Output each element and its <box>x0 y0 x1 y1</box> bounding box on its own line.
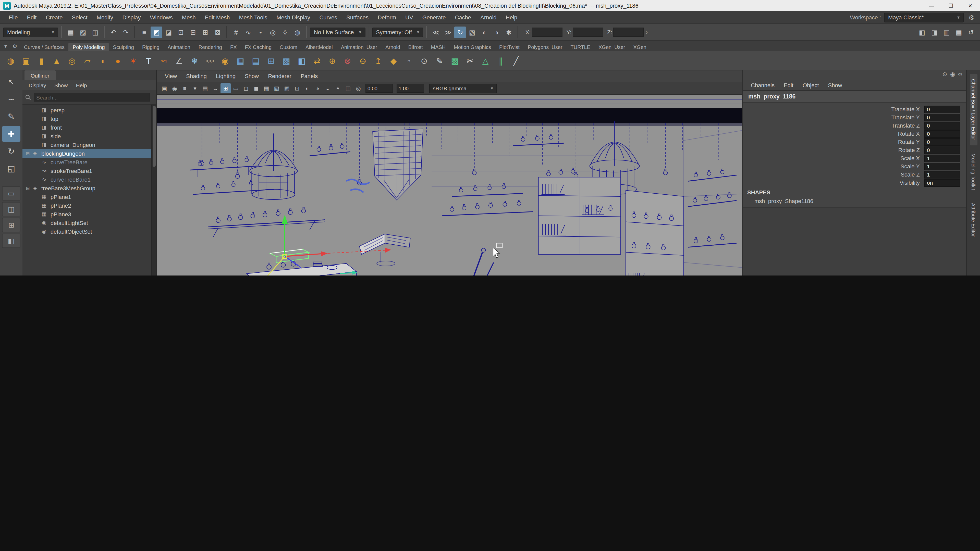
boolean-icon[interactable]: ⊗ <box>340 53 355 68</box>
expand-toggle-icon[interactable]: ⊞ <box>24 186 31 191</box>
outliner-item[interactable]: ↝ strokeTreeBare1 <box>22 166 151 175</box>
menu-item[interactable]: Generate <box>418 14 450 21</box>
channel-attribute-label[interactable]: Scale X <box>900 155 920 161</box>
svg-tool-icon[interactable]: svg <box>156 53 172 68</box>
channel-attribute-value[interactable]: 0 <box>924 105 960 113</box>
separate-icon[interactable]: ⊖ <box>355 53 371 68</box>
shadows-icon[interactable]: ◑ <box>312 83 323 94</box>
channel-attribute-label[interactable]: Translate Y <box>891 114 920 121</box>
shelf-tab[interactable]: Rigging <box>138 43 164 51</box>
menu-item[interactable]: UV <box>401 14 418 21</box>
shelf-tab[interactable]: Polygons_User <box>524 43 566 51</box>
pan-zoom-icon[interactable]: ↔ <box>210 83 221 94</box>
workspace-reset-icon[interactable]: ↺ <box>965 26 977 38</box>
channel-attribute-label[interactable]: Translate X <box>891 106 920 112</box>
viewport-menu-item[interactable]: Shading <box>181 73 211 79</box>
quad-draw-icon[interactable]: ▩ <box>447 53 463 68</box>
minimize-button[interactable]: — <box>922 0 941 11</box>
shelf-tab[interactable]: Arnold <box>381 43 404 51</box>
outliner-item[interactable]: ◉ defaultObjectSet <box>22 227 151 236</box>
shelf-tab[interactable]: Rendering <box>194 43 226 51</box>
poly-torus-icon[interactable]: ◎ <box>64 53 80 68</box>
poly-plane-icon[interactable]: ▱ <box>80 53 95 68</box>
scrollbar-thumb[interactable] <box>153 106 156 167</box>
outliner-item[interactable]: ◉ defaultLightSet <box>22 218 151 227</box>
resolution-gate-icon[interactable]: ◻ <box>241 83 251 94</box>
field-chart-icon[interactable]: ▦ <box>261 83 272 94</box>
poly-sphere-icon[interactable]: ◍ <box>3 53 18 68</box>
channel-attribute-value[interactable]: 1 <box>924 171 960 178</box>
outliner-item[interactable]: ▦ pPlane1 <box>22 192 151 201</box>
channel-attribute-value[interactable]: 0 <box>924 122 960 129</box>
menu-item[interactable]: Edit <box>22 14 41 21</box>
workspace-dropdown[interactable]: Maya Classic* ▾ <box>884 13 964 22</box>
shelf-tab[interactable]: Bifrost <box>404 43 427 51</box>
mask-face-icon[interactable]: ⊞ <box>200 26 211 38</box>
bevel-icon[interactable]: ◆ <box>386 53 401 68</box>
shelf-tab[interactable]: PlotTwist <box>495 43 524 51</box>
outliner-item[interactable]: ◨ camera_Dungeon <box>22 140 151 149</box>
snap-plane-icon[interactable]: ◊ <box>279 26 291 38</box>
gate-mask-icon[interactable]: ◼ <box>251 83 261 94</box>
snap-grid-icon[interactable]: # <box>230 26 242 38</box>
tool-settings-toggle-icon[interactable]: ◨ <box>928 26 940 38</box>
checker-icon[interactable]: ▩ <box>279 53 294 68</box>
make-live-icon[interactable]: ◍ <box>291 26 303 38</box>
workspace-gear-icon[interactable]: ⚙ <box>967 13 976 22</box>
snap-center-icon[interactable]: ◎ <box>267 26 279 38</box>
snap-curve-icon[interactable]: ∿ <box>242 26 254 38</box>
y-coordinate-input[interactable] <box>573 27 603 37</box>
outliner-item[interactable]: ◨ persp <box>22 106 151 114</box>
occlusion-icon[interactable]: ◒ <box>323 83 333 94</box>
live-surface-dropdown[interactable]: No Live Surface ▾ <box>310 27 366 37</box>
outliner-item[interactable]: ▦ pPlane3 <box>22 210 151 218</box>
shelf-tab[interactable]: Custom <box>275 43 301 51</box>
grid-icon[interactable]: ⊞ <box>263 53 279 68</box>
shelf-menu-icon[interactable]: ▾ <box>1 41 10 51</box>
menu-item[interactable]: Mesh Tools <box>234 14 272 21</box>
channel-box-menu-item[interactable]: Channels <box>746 82 779 88</box>
render-frame-icon[interactable]: ◐ <box>479 26 490 38</box>
smooth-sphere-icon[interactable]: ◉ <box>218 53 233 68</box>
channel-box-menu-item[interactable]: Edit <box>779 82 798 88</box>
transfer-attributes-icon[interactable]: ⇄ <box>309 53 325 68</box>
expand-toggle-icon[interactable]: ⊞ <box>24 151 31 156</box>
symmetry-dropdown[interactable]: Symmetry: Off ▾ <box>372 27 423 37</box>
channel-attribute-value[interactable]: 0 <box>924 130 960 138</box>
grid-toggle-icon[interactable]: ⊞ <box>221 83 231 94</box>
image-plane-icon[interactable]: ▤ <box>200 83 210 94</box>
extrude-icon[interactable]: ↥ <box>371 53 386 68</box>
open-render-view-icon[interactable]: ▧ <box>466 26 478 38</box>
menu-item[interactable]: Display <box>118 14 145 21</box>
viewport-menu-item[interactable]: Show <box>240 73 263 79</box>
viewport-menu-item[interactable]: Renderer <box>263 73 296 79</box>
shelf-tab[interactable]: Animation <box>164 43 194 51</box>
snap-magnet-icon[interactable]: ❄ <box>187 53 202 68</box>
viewport-menu-item[interactable]: Panels <box>296 73 322 79</box>
menu-item[interactable]: Curves <box>315 14 342 21</box>
uv-grid-icon[interactable]: ▦ <box>233 53 248 68</box>
poly-cylinder-icon[interactable]: ▮ <box>34 53 49 68</box>
outliner-item[interactable]: ◨ front <box>22 123 151 132</box>
combine-icon[interactable]: ⊕ <box>325 53 340 68</box>
shelf-tab[interactable]: TURTLE <box>566 43 594 51</box>
channel-attribute-value[interactable]: 0 <box>924 138 960 146</box>
connect-icon[interactable]: ∥ <box>493 53 508 68</box>
menu-item[interactable]: Deform <box>373 14 401 21</box>
type-tool-icon[interactable]: T <box>141 53 156 68</box>
outliner-search-input[interactable] <box>34 93 150 102</box>
viewport-canvas[interactable]: y x persp <box>157 95 742 275</box>
shelf-tab[interactable]: Curves / Surfaces <box>20 43 68 51</box>
outliner-menu-item[interactable]: Display <box>24 82 50 88</box>
input-connections-icon[interactable]: ≪ <box>430 26 442 38</box>
sculpt-sphere-icon[interactable]: ● <box>110 53 126 68</box>
attribute-editor-toggle-icon[interactable]: ▥ <box>941 26 953 38</box>
channel-box-toggle-icon[interactable]: ▤ <box>953 26 965 38</box>
shelf-tab[interactable]: Sculpting <box>109 43 138 51</box>
sidebar-vertical-tab[interactable]: Channel Box / Layer Editor <box>969 74 977 145</box>
super-shape-icon[interactable]: ✶ <box>126 53 141 68</box>
hyperbolic-icon[interactable]: ∞ <box>958 71 962 80</box>
sidebar-vertical-tab[interactable]: Attribute Editor <box>969 198 977 242</box>
outliner-toggle-icon[interactable]: ◧ <box>916 26 928 38</box>
outliner-item[interactable]: ⊞ ◈ treeBare3MeshGroup <box>22 184 151 192</box>
